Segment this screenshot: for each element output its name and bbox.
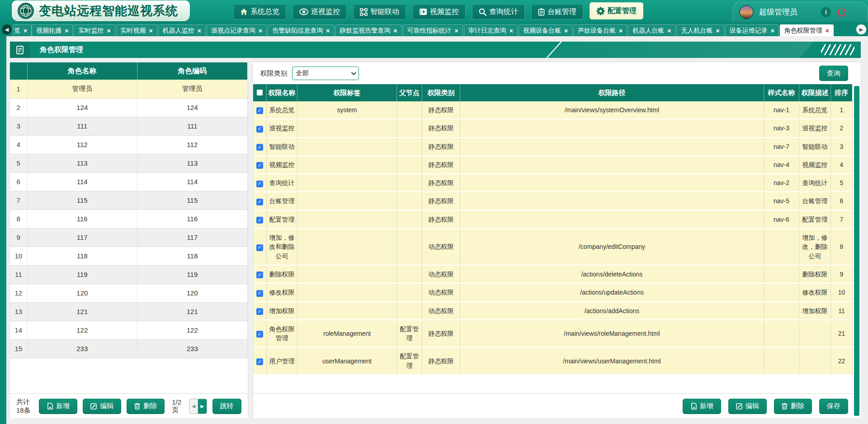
tab-实时监控[interactable]: 实时监控× xyxy=(74,24,115,36)
role-delete-button[interactable]: 删除 xyxy=(127,399,165,414)
tab-close-icon[interactable]: × xyxy=(455,28,458,34)
tab-close-icon[interactable]: × xyxy=(24,28,27,34)
info-icon[interactable]: i xyxy=(821,7,831,17)
tab-机器人监控[interactable]: 机器人监控× xyxy=(158,24,206,36)
tab-scroll-right-button[interactable]: ▶ xyxy=(856,24,866,34)
tab-close-icon[interactable]: × xyxy=(65,28,68,34)
row-checkbox[interactable]: ✓ xyxy=(256,358,263,365)
tab-可靠性指标统计[interactable]: 可靠性指标统计× xyxy=(403,24,463,36)
permission-row[interactable]: ✓配置管理静态权限nav-6配置管理7 xyxy=(253,210,853,229)
tab-close-icon[interactable]: × xyxy=(259,28,262,34)
tab-告警缺陷信息查询[interactable]: 告警缺陷信息查询× xyxy=(268,24,334,36)
tab-无人机台账[interactable]: 无人机台账× xyxy=(676,24,724,36)
select-all-header[interactable] xyxy=(253,84,267,101)
search-button[interactable]: 查询 xyxy=(819,66,848,81)
user-avatar[interactable] xyxy=(739,5,754,19)
nav-patrol-monitor-button[interactable]: 巡视监控 xyxy=(292,4,347,19)
tab-静默监视告警查询[interactable]: 静默监视告警查询× xyxy=(335,24,401,36)
permission-row[interactable]: ✓巡视监控静态权限nav-3巡视监控2 xyxy=(253,119,853,137)
role-row[interactable]: 15233233 xyxy=(10,339,247,358)
role-row[interactable]: 9117117 xyxy=(10,228,247,247)
role-row[interactable]: 11119119 xyxy=(10,265,247,284)
tab-设备运维记录[interactable]: 设备运维记录× xyxy=(725,24,779,36)
role-row[interactable]: 6114114 xyxy=(10,172,247,191)
power-logout-icon[interactable] xyxy=(836,7,847,18)
permission-row[interactable]: ✓增加，修改和删除公司动态权限/company/editCompany增加，修改… xyxy=(253,229,853,265)
role-row[interactable]: 5113113 xyxy=(10,154,247,172)
tab-close-icon[interactable]: × xyxy=(716,28,719,34)
nav-smart-linkage-button[interactable]: 智能联动 xyxy=(353,4,406,19)
role-edit-button[interactable]: 编辑 xyxy=(83,399,121,414)
permission-row[interactable]: ✓角色权限管理roleManagement配置管理静态权限/main/views… xyxy=(253,320,853,348)
tab-角色权限管理[interactable]: 角色权限管理× xyxy=(780,24,834,36)
tab-close-icon[interactable]: × xyxy=(149,28,153,34)
row-checkbox[interactable]: ✓ xyxy=(256,126,263,133)
tab-close-icon[interactable]: × xyxy=(107,28,110,34)
row-checkbox[interactable]: ✓ xyxy=(256,290,263,297)
perm-add-button[interactable]: 新增 xyxy=(683,399,721,414)
row-checkbox[interactable]: ✓ xyxy=(256,217,263,224)
row-checkbox[interactable]: ✓ xyxy=(256,181,263,187)
row-checkbox[interactable]: ✓ xyxy=(256,331,263,338)
role-row[interactable]: 2124124 xyxy=(10,98,247,117)
nav-system-overview-button[interactable]: 系统总览 xyxy=(233,4,286,19)
row-checkbox[interactable]: ✓ xyxy=(256,308,263,315)
row-checkbox[interactable]: ✓ xyxy=(256,144,263,151)
tab-close-icon[interactable]: × xyxy=(509,28,513,34)
tab-视频轮播[interactable]: 视频轮播× xyxy=(32,24,73,36)
role-row[interactable]: 8116116 xyxy=(10,210,247,228)
role-row[interactable]: 3111111 xyxy=(10,117,247,135)
permission-row[interactable]: ✓删除权限动态权限/actions/deleteActions删除权限9 xyxy=(253,265,853,283)
next-page-button[interactable]: ▶ xyxy=(198,399,206,414)
tab-机器人台账[interactable]: 机器人台账× xyxy=(628,24,675,36)
vertical-scrollbar[interactable] xyxy=(854,86,859,416)
role-row[interactable]: 14122122 xyxy=(10,321,247,339)
role-row[interactable]: 12120120 xyxy=(10,284,247,302)
role-add-button[interactable]: 新增 xyxy=(39,399,77,414)
role-row[interactable]: 4112112 xyxy=(10,135,247,154)
role-row[interactable]: 13121121 xyxy=(10,302,247,321)
permission-row[interactable]: ✓增加权限动态权限/actions/addActions增加权限11 xyxy=(253,302,853,320)
select-all-checkbox[interactable] xyxy=(257,90,263,95)
tab-close-icon[interactable]: × xyxy=(771,28,774,34)
role-row[interactable]: 10118118 xyxy=(10,247,247,265)
row-checkbox[interactable]: ✓ xyxy=(256,244,263,251)
permission-row[interactable]: ✓修改权限动态权限/actions/updateActions修改权限10 xyxy=(253,283,853,301)
permission-row[interactable]: ✓系统总览system静态权限/main/views/systemOvervie… xyxy=(253,101,853,119)
permission-row[interactable]: ✓用户管理userManagement配置管理静态权限/main/views/u… xyxy=(253,347,853,375)
prev-page-button[interactable]: ◀ xyxy=(189,399,198,414)
tab-close-icon[interactable]: × xyxy=(393,28,397,34)
row-checkbox[interactable]: ✓ xyxy=(256,107,263,114)
tab-partial-first[interactable]: 览 × xyxy=(13,24,32,36)
tab-close-icon[interactable]: × xyxy=(667,28,671,34)
tab-声纹设备台账[interactable]: 声纹设备台账× xyxy=(573,24,627,36)
row-checkbox[interactable]: ✓ xyxy=(256,199,263,205)
nav-query-stats-button[interactable]: 查询统计 xyxy=(472,4,525,19)
perm-edit-button[interactable]: 编辑 xyxy=(728,399,767,414)
permission-row[interactable]: ✓视频监控静态权限nav-4视频监控4 xyxy=(253,156,853,174)
role-row[interactable]: 1管理员管理员 xyxy=(10,80,247,98)
row-checkbox[interactable]: ✓ xyxy=(256,272,263,278)
tab-审计日志查询[interactable]: 审计日志查询× xyxy=(464,24,518,36)
permission-row[interactable]: ✓查询统计静态权限nav-2查询统计5 xyxy=(253,174,853,192)
role-row[interactable]: 7115115 xyxy=(10,191,247,210)
nav-config-management-button[interactable]: 配置管理 xyxy=(590,2,643,19)
permission-row[interactable]: ✓台账管理静态权限nav-5台账管理6 xyxy=(253,192,853,210)
nav-video-monitor-button[interactable]: 视频监控 xyxy=(412,4,466,19)
tab-close-icon[interactable]: × xyxy=(326,28,330,34)
tab-close-icon[interactable]: × xyxy=(826,28,829,34)
permission-type-select[interactable]: 全部 xyxy=(292,67,359,80)
tab-close-icon[interactable]: × xyxy=(198,28,201,34)
tab-视频设备台账[interactable]: 视频设备台账× xyxy=(519,24,572,36)
perm-save-button[interactable]: 保存 xyxy=(819,399,848,414)
perm-delete-button[interactable]: 删除 xyxy=(774,399,812,414)
tab-close-icon[interactable]: × xyxy=(619,28,623,34)
tab-scroll-left-button[interactable]: ◀ xyxy=(2,24,12,34)
row-checkbox[interactable]: ✓ xyxy=(256,162,263,169)
tab-巡视点记录查询[interactable]: 巡视点记录查询× xyxy=(207,24,267,36)
tab-close-icon[interactable]: × xyxy=(564,28,568,34)
nav-ledger-button[interactable]: 台账管理 xyxy=(531,4,583,19)
permission-row[interactable]: ✓智能联动静态权限nav-7智能联动3 xyxy=(253,138,853,156)
jump-page-button[interactable]: 跳转 xyxy=(212,399,241,414)
tab-实时视频[interactable]: 实时视频× xyxy=(116,24,157,36)
